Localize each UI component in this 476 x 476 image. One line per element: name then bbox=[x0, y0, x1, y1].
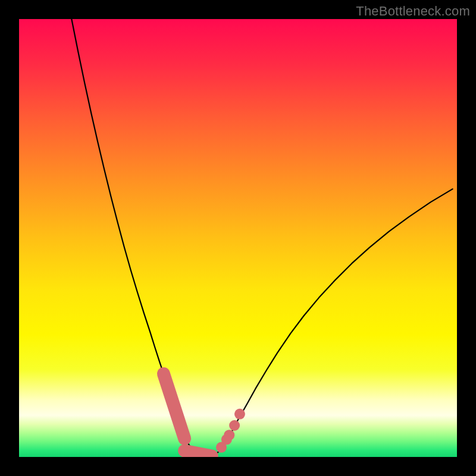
chart-svg bbox=[19, 19, 457, 457]
marker-cap bbox=[184, 451, 212, 456]
watermark-text: TheBottleneck.com bbox=[356, 4, 470, 19]
plot-area bbox=[19, 19, 457, 457]
outer-frame: TheBottleneck.com bbox=[0, 0, 476, 476]
marker-dot bbox=[229, 420, 240, 431]
marker-dot bbox=[224, 430, 234, 440]
marker-dot bbox=[234, 409, 245, 419]
